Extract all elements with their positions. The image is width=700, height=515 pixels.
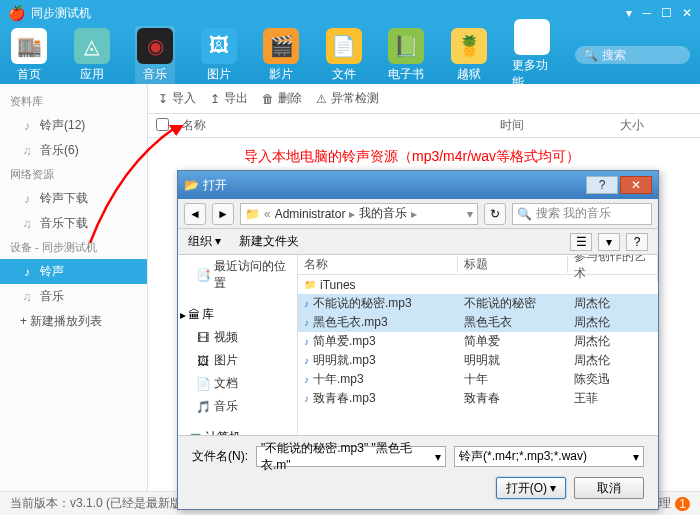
forward-button[interactable]: ► <box>212 203 234 225</box>
docs-icon: 📄 <box>196 377 210 391</box>
file-row[interactable]: ♪黑色毛衣.mp3黑色毛衣周杰伦 <box>298 313 658 332</box>
filename-label: 文件名(N): <box>192 448 248 465</box>
search-icon: 🔍 <box>517 207 532 221</box>
help-button[interactable]: ? <box>626 233 648 251</box>
search-input[interactable] <box>602 48 682 62</box>
chevron-down-icon[interactable]: ▾ <box>467 207 473 221</box>
nav-video[interactable]: 🎬影片 <box>262 28 301 83</box>
folder-icon: 📁 <box>304 279 316 290</box>
audio-icon: ♪ <box>304 393 309 404</box>
audio-icon: ♪ <box>304 298 309 309</box>
recent-icon: 📑 <box>196 268 210 282</box>
file-row[interactable]: ♪十年.mp3十年陈奕迅 <box>298 370 658 389</box>
nav-music[interactable]: ◉音乐 <box>135 26 175 85</box>
dialog-title: 打开 <box>203 177 227 194</box>
organize-menu[interactable]: 组织 ▾ <box>188 233 221 250</box>
file-row[interactable]: ♪致青春.mp3致青春王菲 <box>298 389 658 408</box>
breadcrumb[interactable]: 📁« Administrator▸ 我的音乐▸ ▾ <box>240 203 478 225</box>
new-folder-button[interactable]: 新建文件夹 <box>239 233 299 250</box>
bell-icon: ♪ <box>20 192 34 206</box>
filename-field[interactable]: "不能说的秘密.mp3" "黑色毛衣.m"▾ <box>256 446 446 467</box>
apple-icon: 🍎 <box>8 5 25 21</box>
close-button[interactable]: ✕ <box>682 6 692 20</box>
file-list-header: 名称 标题 参与创作的艺术 <box>298 255 658 275</box>
dialog-close-button[interactable]: ✕ <box>620 176 652 194</box>
open-button[interactable]: 打开(O) ▾ <box>496 477 566 499</box>
toolbar: ↧导入 ↥导出 🗑删除 ⚠异常检测 <box>148 84 700 114</box>
chevron-down-icon[interactable]: ▾ <box>633 450 639 464</box>
tree-lib[interactable]: ▸🏛库 <box>178 303 297 326</box>
app-title: 同步测试机 <box>31 5 91 22</box>
file-row[interactable]: ♪简单爱.mp3简单爱周杰伦 <box>298 332 658 351</box>
maximize-button[interactable]: ☐ <box>661 6 672 20</box>
nav-file[interactable]: 📄文件 <box>325 28 364 83</box>
nav-apps[interactable]: ◬应用 <box>73 28 112 83</box>
file-row[interactable]: ♪不能说的秘密.mp3不能说的秘密周杰伦 <box>298 294 658 313</box>
video-icon: 🎞 <box>196 331 210 345</box>
dialog-nav: ◄ ► 📁« Administrator▸ 我的音乐▸ ▾ ↻ 🔍搜索 我的音乐 <box>178 199 658 229</box>
dialog-organize-bar: 组织 ▾ 新建文件夹 ☰ ▾ ? <box>178 229 658 255</box>
sb-music-dl[interactable]: ♫音乐下载 <box>0 211 147 236</box>
sb-dev-music[interactable]: ♫音乐 <box>0 284 147 309</box>
folder-icon: 📁 <box>245 207 260 221</box>
minimize-button[interactable]: ─ <box>642 6 651 20</box>
tree-pics[interactable]: 🖼图片 <box>178 349 297 372</box>
import-icon: ↧ <box>158 92 168 106</box>
file-row[interactable]: ♪明明就.mp3明明就周杰伦 <box>298 351 658 370</box>
dialog-search[interactable]: 🔍搜索 我的音乐 <box>512 203 652 225</box>
col-time[interactable]: 时间 <box>500 117 620 134</box>
delete-button[interactable]: 🗑删除 <box>262 90 302 107</box>
check-button[interactable]: ⚠异常检测 <box>316 90 379 107</box>
file-filter-dropdown[interactable]: 铃声(*.m4r;*.mp3;*.wav)▾ <box>454 446 644 467</box>
nav-search[interactable]: 🔍 <box>575 46 690 64</box>
nav-home[interactable]: 🏬首页 <box>10 28 49 83</box>
skin-icon[interactable]: ▾ <box>626 6 632 20</box>
audio-icon: ♪ <box>304 374 309 385</box>
folder-icon: 📂 <box>184 178 199 192</box>
view-options-button[interactable]: ▾ <box>598 233 620 251</box>
col-title[interactable]: 标题 <box>458 256 568 273</box>
tree-docs[interactable]: 📄文档 <box>178 372 297 395</box>
bell-icon: ♪ <box>20 265 34 279</box>
col-artist[interactable]: 参与创作的艺术 <box>568 255 658 282</box>
titlebar: 🍎 同步测试机 ▾ ─ ☐ ✕ <box>0 0 700 26</box>
sb-new-playlist[interactable]: + 新建播放列表 <box>0 309 147 334</box>
music-icon: ♫ <box>20 144 34 158</box>
search-icon: 🔍 <box>583 48 598 62</box>
trash-icon: 🗑 <box>262 92 274 106</box>
window-controls: ▾ ─ ☐ ✕ <box>626 6 692 20</box>
view-mode-button[interactable]: ☰ <box>570 233 592 251</box>
sb-ringtone-dl[interactable]: ♪铃声下载 <box>0 186 147 211</box>
dialog-help-button[interactable]: ? <box>586 176 618 194</box>
audio-icon: ♪ <box>304 355 309 366</box>
cancel-button[interactable]: 取消 <box>574 477 644 499</box>
tree-video[interactable]: 🎞视频 <box>178 326 297 349</box>
library-icon: 🏛 <box>188 308 200 322</box>
export-icon: ↥ <box>210 92 220 106</box>
back-button[interactable]: ◄ <box>184 203 206 225</box>
nav-more[interactable]: ▦更多功能 <box>512 19 551 91</box>
tree-music[interactable]: 🎵音乐 <box>178 395 297 418</box>
col-filename[interactable]: 名称 <box>298 256 458 273</box>
select-all-checkbox[interactable] <box>156 118 169 131</box>
refresh-button[interactable]: ↻ <box>484 203 506 225</box>
nav-book[interactable]: 📗电子书 <box>387 28 426 83</box>
sb-music-lib[interactable]: ♫音乐(6) <box>0 138 147 163</box>
music-icon: ♫ <box>20 217 34 231</box>
col-size[interactable]: 大小 <box>620 117 700 134</box>
nav-pics[interactable]: 🖼图片 <box>199 28 238 83</box>
tree-computer[interactable]: ▸💻计算机 <box>178 426 297 435</box>
tree-recent[interactable]: 📑最近访问的位置 <box>178 255 297 295</box>
sb-ringtone-lib[interactable]: ♪铃声(12) <box>0 113 147 138</box>
import-button[interactable]: ↧导入 <box>158 90 196 107</box>
export-button[interactable]: ↥导出 <box>210 90 248 107</box>
music-icon: ♫ <box>20 290 34 304</box>
nav-jail[interactable]: 🍍越狱 <box>450 28 489 83</box>
chevron-down-icon[interactable]: ▾ <box>435 450 441 464</box>
computer-icon: 💻 <box>188 431 203 436</box>
list-header: 名称 时间 大小 <box>148 114 700 138</box>
count-badge: 1 <box>675 497 690 511</box>
sidebar: 资料库 ♪铃声(12) ♫音乐(6) 网络资源 ♪铃声下载 ♫音乐下载 设备 -… <box>0 84 148 491</box>
sb-dev-ringtone[interactable]: ♪铃声 <box>0 259 147 284</box>
col-name[interactable]: 名称 <box>176 117 500 134</box>
